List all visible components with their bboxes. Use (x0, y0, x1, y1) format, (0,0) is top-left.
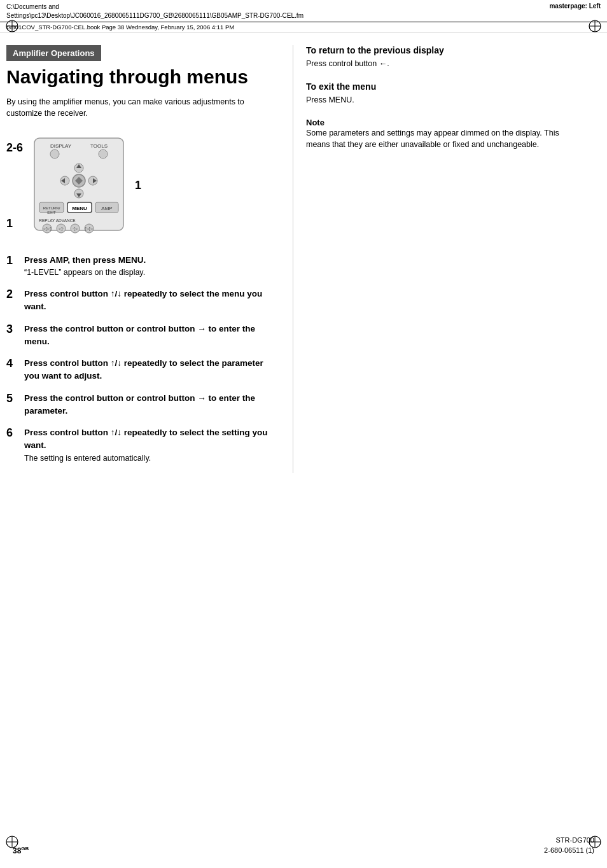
exit-menu-body: Press MENU. (306, 94, 579, 106)
main-content: Amplifier Operations Navigating through … (0, 32, 607, 479)
step-number-6: 6 (6, 426, 24, 440)
step-1: 1Press AMP, then press MENU.“1-LEVEL” ap… (6, 254, 280, 279)
svg-text:·▷: ·▷ (73, 226, 78, 232)
footer-model-info: STR-DG700 2-680-06511 (1) (544, 836, 594, 855)
note-body: Some parameters and settings may appear … (306, 127, 579, 151)
left-column: Amplifier Operations Navigating through … (6, 45, 293, 473)
header-filepath: C:\Documents and Settings\pc13\Desktop\J… (6, 3, 304, 20)
step-4: 4Press control button ↑/↓ repeatedly to … (6, 357, 280, 383)
step-bold-4: Press control button ↑/↓ repeatedly to s… (24, 358, 263, 381)
step-content-6: Press control button ↑/↓ repeatedly to s… (24, 426, 280, 464)
svg-point-15 (50, 150, 59, 158)
step-number-4: 4 (6, 357, 24, 371)
header-masterpage: masterpage: Left (549, 3, 601, 10)
sub-header-book: GB01COV_STR-DG700-CEL.book Page 38 Wedne… (0, 22, 607, 32)
return-title: To return to the previous display (306, 45, 579, 55)
step-content-3: Press the control button or control butt… (24, 323, 280, 349)
note-section: Note Some parameters and settings may ap… (306, 118, 579, 151)
svg-text:TOOLS: TOOLS (90, 143, 108, 149)
step-number-1: 1 (6, 254, 24, 268)
step-bold-6: Press control button ↑/↓ repeatedly to s… (24, 428, 268, 450)
corner-mark-tl (5, 19, 19, 33)
return-body: Press control button ←. (306, 58, 579, 70)
remote-control-diagram: DISPLAY TOOLS (28, 135, 130, 237)
step-6: 6Press control button ↑/↓ repeatedly to … (6, 426, 280, 464)
diagram-label-1-left: 1 (6, 217, 23, 230)
step-bold-3: Press the control button or control butt… (24, 324, 255, 346)
svg-point-16 (99, 150, 108, 158)
diagram-label-2-6: 2-6 (6, 141, 23, 155)
intro-paragraph: By using the amplifier menus, you can ma… (6, 96, 280, 120)
step-content-4: Press control button ↑/↓ repeatedly to s… (24, 357, 280, 383)
step-5: 5Press the control button or control but… (6, 392, 280, 418)
corner-mark-tr (588, 19, 602, 33)
svg-text:◁◁: ◁◁ (43, 226, 52, 232)
right-column: To return to the previous display Press … (293, 45, 579, 473)
svg-text:◁·: ◁· (59, 226, 64, 232)
steps-list: 1Press AMP, then press MENU.“1-LEVEL” ap… (6, 254, 280, 464)
header-bar: C:\Documents and Settings\pc13\Desktop\J… (0, 0, 607, 22)
diagram-label-1-right: 1 (135, 179, 141, 192)
diagram-labels-left: 2-6 1 (6, 141, 23, 230)
svg-text:AMP: AMP (101, 206, 112, 211)
step-normal-1: “1-LEVEL” appears on the display. (24, 268, 145, 277)
svg-text:MENU: MENU (72, 206, 87, 211)
step-normal-6: The setting is entered automatically. (24, 454, 151, 463)
diagram-container: 2-6 1 DISPLAY TOOLS (6, 130, 280, 241)
footer: 38GB STR-DG700 2-680-06511 (1) (0, 836, 607, 855)
svg-text:EXIT: EXIT (47, 211, 56, 214)
step-number-3: 3 (6, 323, 24, 337)
step-number-2: 2 (6, 288, 24, 302)
note-label: Note (306, 118, 579, 127)
footer-page-number: 38GB (13, 846, 29, 855)
svg-text:▷▷: ▷▷ (85, 226, 94, 232)
step-content-1: Press AMP, then press MENU.“1-LEVEL” app… (24, 254, 280, 279)
step-number-5: 5 (6, 392, 24, 406)
step-bold-2: Press control button ↑/↓ repeatedly to s… (24, 289, 262, 311)
step-2: 2Press control button ↑/↓ repeatedly to … (6, 288, 280, 314)
step-bold-1: Press AMP, then press MENU. (24, 255, 146, 265)
step-bold-5: Press the control button or control butt… (24, 393, 255, 416)
svg-text:DISPLAY: DISPLAY (50, 143, 72, 149)
exit-menu-section: To exit the menu Press MENU. (306, 81, 579, 106)
exit-menu-title: To exit the menu (306, 81, 579, 92)
step-content-5: Press the control button or control butt… (24, 392, 280, 418)
page-title: Navigating through menus (6, 66, 280, 88)
svg-text:RETURN/: RETURN/ (43, 206, 60, 210)
section-badge: Amplifier Operations (6, 45, 101, 61)
return-section: To return to the previous display Press … (306, 45, 579, 70)
step-content-2: Press control button ↑/↓ repeatedly to s… (24, 288, 280, 314)
step-3: 3Press the control button or control but… (6, 323, 280, 349)
svg-text:REPLAY ADVANCE: REPLAY ADVANCE (39, 218, 76, 223)
